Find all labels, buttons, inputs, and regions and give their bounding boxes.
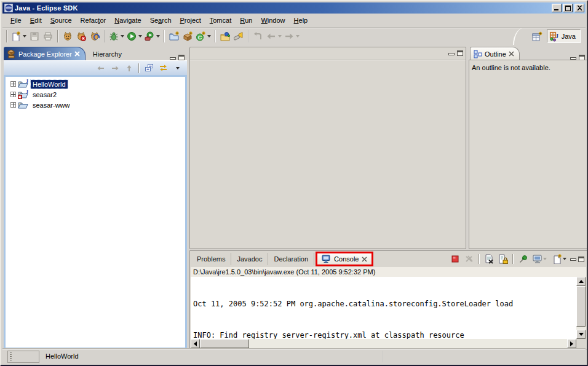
up-icon bbox=[125, 64, 133, 73]
menu-window[interactable]: Window bbox=[256, 15, 289, 26]
tab-console[interactable]: Console bbox=[316, 252, 373, 266]
terminate-button[interactable] bbox=[449, 253, 461, 265]
forward-icon bbox=[111, 64, 119, 73]
tomcat-start-button[interactable] bbox=[61, 29, 74, 44]
close-button[interactable] bbox=[574, 4, 584, 12]
open-console-button[interactable] bbox=[550, 253, 568, 265]
maximize-button[interactable] bbox=[563, 4, 573, 12]
minimize-view-icon[interactable] bbox=[170, 57, 176, 60]
tomcat-restart-button[interactable] bbox=[88, 29, 101, 44]
tree-item-helloworld[interactable]: J HelloWorld bbox=[6, 79, 185, 89]
menu-tomcat[interactable]: Tomcat bbox=[205, 15, 236, 26]
tab-problems[interactable]: Problems bbox=[191, 253, 231, 265]
link-with-editor-button[interactable] bbox=[157, 62, 169, 74]
dropdown-arrow-icon bbox=[296, 35, 300, 38]
print-icon bbox=[43, 31, 53, 41]
scroll-down-button[interactable] bbox=[576, 330, 586, 339]
expand-toggle-icon[interactable] bbox=[10, 102, 16, 108]
menu-source[interactable]: Source bbox=[46, 15, 76, 26]
search-button[interactable] bbox=[232, 29, 245, 44]
expand-toggle-icon[interactable] bbox=[10, 92, 16, 97]
java-perspective-button[interactable]: J Java bbox=[547, 30, 581, 43]
dropdown-arrow-icon bbox=[543, 258, 547, 260]
tomcat-stop-button[interactable] bbox=[74, 29, 88, 44]
close-tab-icon[interactable] bbox=[362, 257, 367, 262]
last-edit-location-button bbox=[252, 29, 265, 44]
tab-package-explorer[interactable]: Package Explorer bbox=[4, 47, 85, 60]
package-explorer-toolbar bbox=[4, 60, 187, 75]
open-console-icon bbox=[552, 254, 562, 264]
new-wizard-button[interactable] bbox=[10, 29, 28, 44]
menu-run[interactable]: Run bbox=[236, 15, 256, 26]
close-tab-icon[interactable] bbox=[509, 51, 514, 57]
dropdown-arrow-icon[interactable] bbox=[121, 35, 124, 38]
fast-view-bar[interactable] bbox=[7, 351, 39, 363]
view-menu-button[interactable] bbox=[171, 62, 183, 74]
main-toolbar: C J Java bbox=[2, 27, 586, 45]
scrollbar-thumb[interactable] bbox=[576, 286, 586, 327]
menu-edit[interactable]: Edit bbox=[26, 15, 46, 26]
console-vertical-scrollbar[interactable] bbox=[576, 277, 586, 339]
tree-item-seasar-www[interactable]: seasar-www bbox=[6, 100, 185, 110]
title-bar[interactable]: Java - Eclipse SDK bbox=[2, 2, 586, 14]
tab-outline[interactable]: Outline bbox=[470, 47, 520, 60]
maximize-view-icon[interactable] bbox=[578, 257, 584, 262]
view-back-button bbox=[95, 62, 107, 74]
dropdown-arrow-icon[interactable] bbox=[207, 35, 211, 38]
minimize-view-icon[interactable] bbox=[570, 258, 576, 261]
tree-item-seasar2[interactable]: J seasar2 bbox=[6, 89, 185, 100]
menu-search[interactable]: Search bbox=[146, 15, 176, 26]
pin-console-button[interactable] bbox=[517, 253, 529, 265]
scrollbar-thumb[interactable] bbox=[200, 339, 249, 348]
tab-declaration[interactable]: Declaration bbox=[268, 253, 314, 265]
menu-navigate[interactable]: Navigate bbox=[110, 15, 145, 26]
debug-button[interactable] bbox=[108, 29, 125, 44]
toolbar-grip[interactable] bbox=[6, 30, 7, 42]
package-explorer-tree: J HelloWorld J seasar2 seasar-www bbox=[4, 75, 187, 349]
svg-text:C: C bbox=[198, 34, 202, 41]
scroll-lock-button[interactable] bbox=[497, 253, 509, 265]
minimize-view-icon[interactable] bbox=[448, 53, 455, 55]
minimize-view-icon[interactable] bbox=[570, 57, 576, 60]
view-buttons bbox=[446, 50, 466, 56]
tree-item-label: seasar2 bbox=[31, 90, 58, 99]
menu-project[interactable]: Project bbox=[176, 15, 205, 26]
maximize-view-icon[interactable] bbox=[457, 50, 463, 56]
new-java-project-icon bbox=[169, 31, 179, 41]
new-class-button[interactable]: C bbox=[194, 29, 212, 44]
eclipse-window: Java - Eclipse SDK FileEditSourceRefacto… bbox=[0, 0, 588, 366]
tab-label: Console bbox=[334, 255, 359, 263]
dropdown-arrow-icon[interactable] bbox=[156, 35, 160, 38]
display-console-button[interactable] bbox=[531, 253, 548, 265]
expand-toggle-icon[interactable] bbox=[10, 81, 16, 87]
minimize-button[interactable] bbox=[552, 4, 562, 12]
scrollbar-track[interactable] bbox=[249, 339, 567, 348]
maximize-view-icon[interactable] bbox=[178, 55, 185, 60]
new-java-project-button[interactable] bbox=[167, 29, 181, 44]
menu-help[interactable]: Help bbox=[290, 15, 312, 26]
new-package-button[interactable] bbox=[181, 29, 194, 44]
tab-hierarchy[interactable]: Hierarchy bbox=[85, 48, 129, 60]
clear-console-button[interactable] bbox=[483, 253, 495, 265]
dropdown-arrow-icon[interactable] bbox=[563, 258, 566, 260]
console-horizontal-scrollbar[interactable] bbox=[191, 339, 576, 348]
open-type-button[interactable] bbox=[218, 29, 232, 44]
external-tools-button[interactable] bbox=[143, 29, 161, 44]
open-perspective-button[interactable] bbox=[530, 30, 544, 43]
dropdown-arrow-icon[interactable] bbox=[23, 35, 26, 38]
pin-console-icon bbox=[518, 255, 528, 264]
close-tab-icon[interactable] bbox=[74, 51, 80, 57]
collapse-all-button[interactable] bbox=[143, 62, 155, 74]
scroll-up-button[interactable] bbox=[576, 277, 586, 286]
scroll-left-button[interactable] bbox=[191, 339, 200, 348]
menu-refactor[interactable]: Refactor bbox=[76, 15, 111, 26]
perspective-bar: J Java bbox=[530, 30, 586, 43]
dropdown-arrow-icon[interactable] bbox=[138, 35, 142, 38]
new-wizard-icon bbox=[11, 31, 21, 41]
scroll-right-button[interactable] bbox=[567, 339, 576, 348]
run-button[interactable] bbox=[125, 29, 143, 44]
tab-label: Package Explorer bbox=[18, 50, 72, 58]
tab-javadoc[interactable]: Javadoc bbox=[231, 253, 268, 265]
debug-icon bbox=[109, 31, 119, 41]
menu-file[interactable]: File bbox=[6, 15, 26, 26]
